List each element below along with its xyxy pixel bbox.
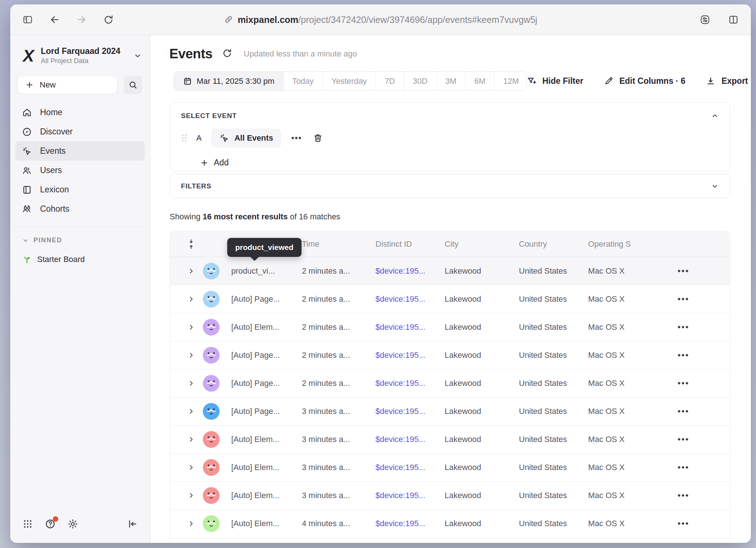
row-actions-button[interactable]: ••• (661, 519, 720, 528)
event-more-button[interactable]: ••• (291, 133, 302, 143)
row-actions-button[interactable]: ••• (661, 266, 720, 276)
distinct-id-cell[interactable]: $device:195... (375, 379, 445, 388)
project-subtitle: All Project Data (41, 57, 121, 65)
expand-row-icon[interactable] (188, 464, 195, 471)
expand-row-icon[interactable] (188, 267, 195, 275)
row-actions-button[interactable]: ••• (661, 351, 720, 360)
project-switcher[interactable]: X Lord Farquaad 2024 All Project Data (10, 42, 150, 69)
refresh-icon[interactable] (222, 48, 234, 60)
event-name-cell[interactable]: product_vi... (231, 266, 302, 276)
event-avatar (203, 403, 220, 420)
export-button[interactable]: Export (706, 76, 748, 86)
trash-icon[interactable] (313, 133, 323, 143)
event-name-cell[interactable]: [Auto] Elem... (231, 491, 302, 500)
date-preset-yesterday[interactable]: Yesterday (322, 72, 375, 90)
expand-row-icon[interactable] (188, 436, 195, 443)
address-bar[interactable]: mixpanel.com/project/3472420/view/397469… (224, 14, 538, 25)
row-actions-button[interactable]: ••• (661, 379, 720, 388)
collapse-sidebar-icon[interactable] (126, 517, 139, 531)
new-button[interactable]: New (17, 76, 117, 94)
column-header-country[interactable]: Country (519, 239, 588, 249)
apps-grid-icon[interactable] (21, 517, 34, 531)
sidebar-item-events[interactable]: Events (15, 141, 145, 161)
row-actions-button[interactable]: ••• (661, 407, 720, 416)
column-header-os[interactable]: Operating S (588, 239, 661, 249)
sidebar-item-discover[interactable]: Discover (15, 122, 145, 141)
sidebar-item-lexicon[interactable]: Lexicon (15, 180, 145, 199)
split-view-icon[interactable] (725, 12, 741, 28)
forward-icon[interactable] (74, 12, 90, 28)
row-actions-button[interactable]: ••• (661, 435, 720, 444)
distinct-id-cell[interactable]: $device:195... (375, 463, 445, 472)
event-name-cell[interactable]: [Auto] Elem... (231, 322, 302, 332)
pinned-section-header[interactable]: PINNED (10, 227, 150, 244)
distinct-id-cell[interactable]: $device:195... (375, 407, 445, 416)
expand-row-icon[interactable] (188, 380, 195, 387)
browser-sidebar-toggle-icon[interactable] (20, 12, 36, 28)
event-selector-chip[interactable]: All Events (211, 129, 281, 148)
date-preset-3m[interactable]: 3M (436, 72, 465, 90)
column-header-city[interactable]: City (445, 239, 519, 249)
distinct-id-cell[interactable]: $device:195... (375, 322, 445, 332)
column-header-time[interactable]: Time (302, 239, 375, 249)
chevron-up-icon[interactable] (711, 112, 719, 120)
table-row: [Auto] Elem... 3 minutes a... $device:19… (170, 425, 730, 453)
date-preset-7d[interactable]: 7D (375, 72, 403, 90)
calendar-icon (183, 77, 192, 86)
edit-columns-button[interactable]: Edit Columns · 6 (604, 76, 685, 86)
add-event-button[interactable]: Add (200, 158, 229, 168)
expand-row-icon[interactable] (188, 520, 195, 527)
page-title: Events (169, 46, 212, 62)
distinct-id-cell[interactable]: $device:195... (375, 351, 445, 360)
drag-handle-icon[interactable] (181, 133, 188, 143)
mixpanel-logo: X (17, 45, 39, 66)
sidebar-item-users[interactable]: Users (15, 161, 145, 180)
expand-row-icon[interactable] (188, 295, 195, 303)
row-actions-button[interactable]: ••• (661, 322, 720, 332)
distinct-id-cell[interactable]: $device:195... (375, 266, 445, 276)
search-button[interactable] (124, 76, 142, 94)
row-actions-button[interactable]: ••• (661, 463, 720, 472)
expand-row-icon[interactable] (188, 324, 195, 331)
row-actions-button[interactable]: ••• (661, 294, 720, 304)
sidebar-item-label: Cohorts (40, 204, 70, 214)
column-header-distinct-id[interactable]: Distinct ID (375, 239, 445, 249)
help-icon[interactable] (44, 517, 57, 531)
reload-icon[interactable] (101, 12, 117, 28)
date-preset-30d[interactable]: 30D (404, 72, 436, 90)
chevron-down-icon[interactable] (711, 182, 719, 190)
pencil-icon (604, 76, 614, 86)
distinct-id-cell[interactable]: $device:195... (375, 294, 445, 304)
back-icon[interactable] (47, 12, 63, 28)
distinct-id-cell[interactable]: $device:195... (375, 519, 445, 528)
expand-row-icon[interactable] (188, 408, 195, 415)
date-preset-12m[interactable]: 12M (494, 72, 527, 90)
page-settings-icon[interactable] (697, 12, 713, 28)
event-name-cell[interactable]: [Auto] Elem... (231, 519, 302, 528)
row-actions-button[interactable]: ••• (661, 491, 720, 500)
event-name-cell[interactable]: [Auto] Page... (231, 351, 302, 360)
sidebar-item-cohorts[interactable]: Cohorts (15, 199, 145, 219)
os-cell: Mac OS X (588, 435, 661, 444)
event-name-cell[interactable]: [Auto] Elem... (231, 435, 302, 444)
country-cell: United States (519, 519, 588, 528)
date-picker-segment[interactable]: Mar 11, 2025 3:30 pm (174, 72, 283, 90)
event-name-cell[interactable]: [Auto] Elem... (231, 463, 302, 472)
settings-gear-icon[interactable] (66, 517, 79, 531)
expand-row-icon[interactable] (188, 352, 195, 359)
hide-filter-button[interactable]: Hide Filter (527, 76, 583, 86)
event-name-cell[interactable]: [Auto] Page... (231, 407, 302, 416)
sidebar-item-home[interactable]: Home (15, 103, 145, 122)
distinct-id-cell[interactable]: $device:195... (375, 491, 445, 500)
pinned-item-starter-board[interactable]: Starter Board (10, 244, 150, 265)
expand-row-icon[interactable] (188, 492, 195, 499)
time-cell: 3 minutes a... (302, 407, 375, 416)
collapse-all-rows-icon[interactable] (186, 239, 196, 250)
date-preset-6m[interactable]: 6M (465, 72, 494, 90)
link-icon (224, 15, 233, 24)
country-cell: United States (519, 463, 588, 472)
event-name-cell[interactable]: [Auto] Page... (231, 294, 302, 304)
distinct-id-cell[interactable]: $device:195... (375, 435, 445, 444)
event-name-cell[interactable]: [Auto] Page... (231, 379, 302, 388)
date-preset-today[interactable]: Today (283, 72, 323, 90)
